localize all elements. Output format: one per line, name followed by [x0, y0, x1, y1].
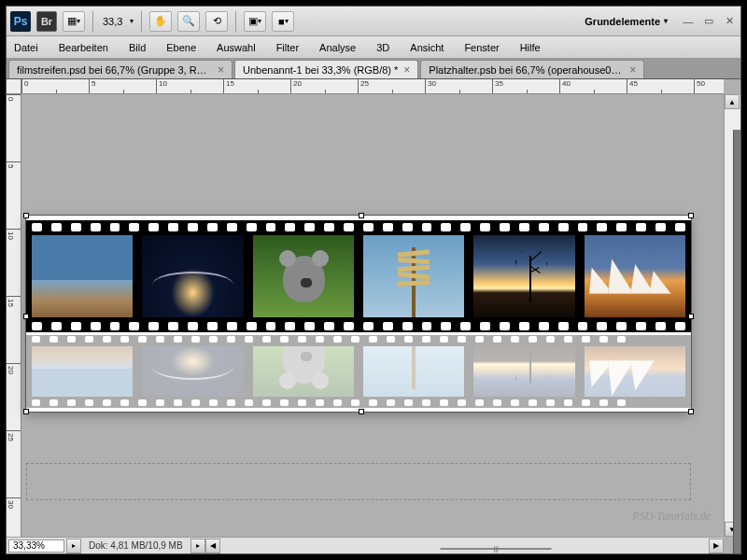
sprocket-holes-bottom [26, 319, 691, 332]
menu-bild[interactable]: Bild [127, 40, 148, 55]
bridge-icon[interactable]: Br [36, 11, 57, 32]
scroll-right-icon[interactable]: ▶ [709, 539, 724, 553]
tab-unbenannt-1[interactable]: Unbenannt-1 bei 33,3% (RGB/8) * × [234, 60, 418, 78]
menu-datei[interactable]: Datei [12, 40, 40, 55]
tab-filmstreifen[interactable]: filmstreifen.psd bei 66,7% (Gruppe 3, RG… [8, 60, 233, 78]
close-button[interactable]: ✕ [722, 14, 737, 29]
menu-hilfe[interactable]: Hilfe [518, 40, 543, 55]
close-icon[interactable]: × [629, 63, 636, 77]
status-arrow-icon[interactable]: ▸ [190, 539, 205, 553]
menu-bearbeiten[interactable]: Bearbeiten [57, 40, 110, 55]
scroll-left-icon[interactable]: ◀ [205, 539, 220, 553]
rotate-view-icon[interactable]: ⟲ [205, 11, 228, 32]
photoshop-window: Ps Br ▦▾ 33,3 ▾ ✋ 🔍 ⟲ ▣▾ ■▾ Grundelement… [6, 6, 741, 554]
document-tabs: filmstreifen.psd bei 66,7% (Gruppe 3, RG… [7, 59, 740, 79]
horizontal-ruler[interactable]: 0510152025303540455055606570758085909510… [21, 79, 724, 94]
ruler-origin[interactable] [7, 79, 21, 94]
zoom-tool-icon[interactable]: 🔍 [177, 11, 200, 32]
restore-button[interactable]: ▭ [701, 14, 716, 29]
document-size: Dok: 4,81 MB/10,9 MB [81, 540, 190, 551]
workspace-switcher[interactable]: Grundelemente ▾ [577, 16, 675, 27]
status-zoom[interactable]: 33,33% [8, 539, 64, 553]
tab-platzhalter[interactable]: Platzhalter.psb bei 66,7% (operahouse0, … [420, 60, 644, 78]
options-bar: Ps Br ▦▾ 33,3 ▾ ✋ 🔍 ⟲ ▣▾ ■▾ Grundelement… [7, 7, 740, 36]
menu-analyse[interactable]: Analyse [317, 40, 358, 55]
frame-sunset-tree [472, 233, 576, 319]
close-icon[interactable]: × [218, 63, 224, 77]
filmstrip-layer [26, 220, 691, 332]
chevron-down-icon: ▾ [664, 18, 668, 25]
frame-koala [251, 233, 356, 319]
app-icon[interactable]: Ps [10, 11, 31, 32]
menu-3d[interactable]: 3D [374, 40, 391, 55]
menu-ebene[interactable]: Ebene [164, 40, 198, 55]
menu-ansicht[interactable]: Ansicht [408, 40, 445, 55]
zoom-dropdown-icon[interactable]: ▾ [130, 18, 134, 25]
reflection-layer [26, 335, 691, 408]
status-menu-icon[interactable]: ▸ [66, 539, 81, 553]
canvas-workspace: 0510152025303540455055606570758085909510… [7, 79, 740, 553]
hand-tool-icon[interactable]: ✋ [149, 11, 172, 32]
arrange-dropdown[interactable]: ▣▾ [244, 11, 266, 32]
zoom-value[interactable]: 33,3 [101, 16, 124, 27]
status-bar: 33,33% ▸ Dok: 4,81 MB/10,9 MB ▸ ◀ ||| ▶ [7, 537, 724, 553]
panel-dock[interactable] [733, 130, 740, 553]
scroll-thumb[interactable]: ||| [440, 548, 552, 550]
minimize-button[interactable]: — [681, 14, 696, 29]
screen-mode-dropdown[interactable]: ■▾ [272, 11, 294, 32]
menu-fenster[interactable]: Fenster [462, 40, 500, 55]
scroll-up-icon[interactable]: ▲ [725, 94, 740, 109]
workspace-label: Grundelemente [585, 16, 660, 27]
close-icon[interactable]: × [403, 63, 410, 77]
sprocket-holes-top [26, 220, 691, 233]
menu-bar: Datei Bearbeiten Bild Ebene Auswahl Filt… [7, 36, 740, 59]
canvas[interactable]: PSD-Tutorials.de [21, 94, 724, 537]
watermark: PSD-Tutorials.de [632, 510, 711, 524]
frame-harbour-bridge [140, 233, 245, 319]
guide-box [26, 463, 691, 500]
layout-dropdown[interactable]: ▦▾ [63, 11, 85, 32]
frame-beach-cliff [30, 233, 134, 319]
frame-signpost [361, 233, 466, 319]
vertical-ruler[interactable]: 051015202530 [7, 94, 21, 537]
frame-opera-house [583, 233, 687, 319]
menu-filter[interactable]: Filter [275, 40, 301, 55]
menu-auswahl[interactable]: Auswahl [215, 40, 258, 55]
film-frames [26, 233, 691, 319]
document[interactable] [26, 216, 691, 412]
